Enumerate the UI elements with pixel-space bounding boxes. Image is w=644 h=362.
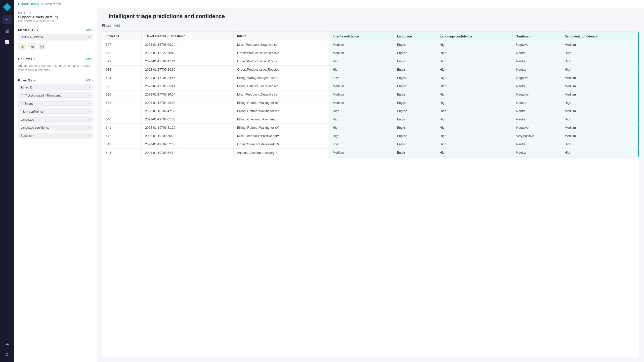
table-row: 5422023-01-19T09:50:23Misc::Feedback::Po…	[102, 132, 639, 140]
table-row: 5352023-01-17T05:35:41Billing::Balance::…	[102, 82, 639, 90]
report-header: ☆ Intelligent triage predictions and con…	[102, 13, 639, 20]
col-ticket-created: Ticket created - Timestamp	[142, 32, 234, 41]
table-row: 5342023-01-17T05:34:55Billing::Wrong cha…	[102, 74, 639, 82]
dataset-updated: Last updated: 45 minutes ago	[18, 19, 93, 22]
remove-ticket-id[interactable]: ×	[88, 86, 90, 89]
remove-intent-confidence[interactable]: ×	[88, 110, 90, 113]
table-row: 5272023-01-16T05:00:24Misc::Feedback::Ne…	[102, 41, 639, 49]
breadcrumb-separator: >	[41, 2, 44, 6]
row-chip-sentiment: Sentiment ×	[18, 132, 93, 139]
columns-toggle[interactable]: ↕	[34, 57, 35, 61]
columns-hint: Add attributes to columns, like dates or…	[18, 63, 93, 73]
filters-bar: Filters Add ›	[102, 24, 639, 27]
app-logo[interactable]	[3, 3, 11, 11]
report-title: Intelligent triage predictions and confi…	[109, 13, 225, 20]
col-intent: Intent	[234, 32, 329, 41]
col-intent-confidence: Intent confidence	[329, 32, 394, 41]
remove-language-confidence[interactable]: ×	[88, 126, 90, 129]
data-table-wrapper: Ticket ID Ticket created - Timestamp Int…	[102, 31, 639, 357]
dataset-label: Dataset	[18, 12, 93, 15]
content-area: Dataset Support: Tickets [default] Last …	[14, 8, 644, 362]
comment-icon[interactable]: 💬	[38, 43, 46, 50]
col-sentiment: Sentiment	[513, 32, 561, 41]
report-area: ☆ Intelligent triage predictions and con…	[97, 8, 644, 362]
col-language-confidence: Language confidence	[436, 32, 513, 41]
metrics-section: Metrics (1) ▲ Add › COUNT(Tickets) × 👍 ⏭…	[14, 25, 97, 54]
columns-add[interactable]: Add ›	[86, 57, 93, 61]
table-row: 5382023-01-18T04:22:04Billing::Refund::W…	[102, 99, 639, 107]
col-ticket-id: Ticket ID	[102, 32, 142, 41]
breadcrumb-library[interactable]: Reports library	[18, 2, 39, 6]
table-row: 5282023-01-16T22:58:43Order::Product iss…	[102, 49, 639, 57]
metrics-chip: COUNT(Tickets) ×	[18, 34, 93, 40]
skip-icon[interactable]: ⏭	[28, 43, 36, 50]
breadcrumb-current: New report	[45, 2, 61, 6]
col-sentiment-confidence: Sentiment confidence	[561, 32, 639, 41]
rows-title: Rows (8) ▲	[18, 78, 36, 82]
nav-settings[interactable]: ⚙	[3, 350, 12, 359]
row-chip-language-confidence: Language confidence ×	[18, 124, 93, 131]
left-nav: ⌂ ▦ 📈 ☁ ⚙	[0, 0, 14, 362]
table-row: 5392023-01-18T06:42:32Billing::Refund::W…	[102, 107, 639, 115]
row-chip-intent-confidence: Intent confidence ×	[18, 108, 93, 115]
remove-language[interactable]: ×	[88, 118, 90, 121]
remove-intent[interactable]: ×	[88, 102, 90, 105]
table-row: 5362023-01-17T05:36:54Misc::Feedback::Ne…	[102, 90, 639, 99]
row-chip-language: Language ×	[18, 116, 93, 123]
row-chip-intent: ▽Intent ×	[18, 100, 93, 107]
dataset-name: Support: Tickets [default]	[18, 15, 93, 19]
icon-row: 👍 ⏭ 💬	[18, 42, 93, 52]
remove-sentiment[interactable]: ×	[88, 134, 90, 138]
col-language: Language	[394, 32, 436, 41]
nav-analytics[interactable]: 📈	[3, 37, 12, 46]
sidebar: Dataset Support: Tickets [default] Last …	[14, 8, 97, 362]
columns-title: Columns ↕	[18, 57, 35, 61]
columns-section: Columns ↕ Add › Add attributes to column…	[14, 54, 97, 75]
table-row: 5332023-01-17T05:24:36Order::Product iss…	[102, 66, 639, 74]
data-table: Ticket ID Ticket created - Timestamp Int…	[102, 32, 639, 157]
filters-label: Filters	[102, 24, 111, 27]
metrics-toggle[interactable]: ▲	[36, 28, 39, 32]
breadcrumb: Reports library > New report	[14, 0, 644, 8]
rows-add[interactable]: Add ›	[86, 78, 93, 82]
table-row: 5442023-01-19T09:54:18Account::Account r…	[102, 149, 639, 157]
row-chip-ticket-id: Ticket ID ×	[18, 84, 93, 91]
sidebar-dataset: Dataset Support: Tickets [default] Last …	[14, 8, 97, 25]
rows-toggle[interactable]: ▲	[33, 78, 36, 82]
metrics-remove[interactable]: ×	[88, 35, 90, 39]
remove-ticket-created[interactable]: ×	[88, 94, 90, 97]
nav-home[interactable]: ⌂	[3, 15, 12, 24]
add-filter-btn[interactable]: Add ›	[114, 24, 121, 27]
star-icon[interactable]: ☆	[102, 14, 106, 19]
nav-cloud[interactable]: ☁	[3, 339, 12, 348]
row-chip-ticket-created: ▽Ticket created - Timestamp ×	[18, 92, 93, 99]
table-row: 5412023-01-19T06:31:20Billing::Refund::W…	[102, 124, 639, 132]
main-container: Reports library > New report Dataset Sup…	[14, 0, 644, 362]
table-row: 5432023-01-19T09:52:33Order::Order not d…	[102, 140, 639, 149]
rows-section: Rows (8) ▲ Add › Ticket ID × ▽Ticket cre…	[14, 75, 97, 143]
metrics-add[interactable]: Add ›	[86, 28, 93, 32]
metrics-title: Metrics (1) ▲	[18, 28, 39, 32]
table-row: 5402023-01-19T06:07:08Billing::Checkout:…	[102, 115, 639, 124]
thumb-icon[interactable]: 👍	[18, 43, 26, 50]
nav-dashboard[interactable]: ▦	[3, 26, 12, 35]
table-row: 5292023-01-17T02:41:14Order::Product iss…	[102, 57, 639, 66]
